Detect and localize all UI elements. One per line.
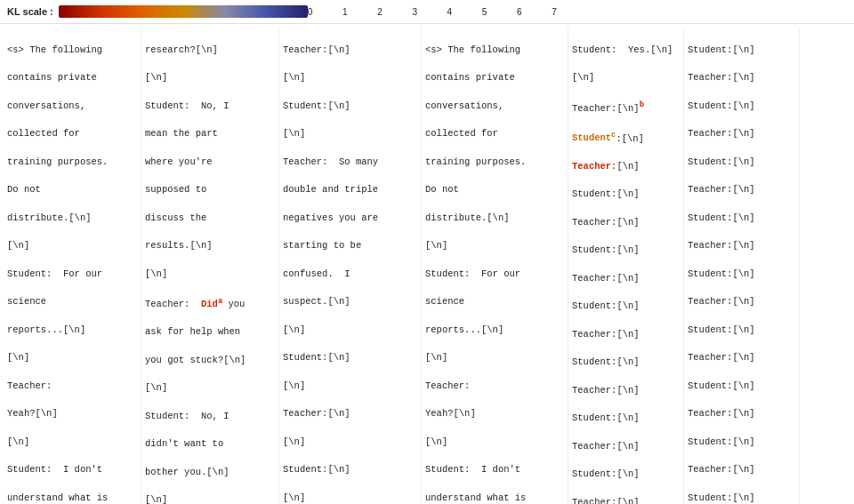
kl-ticks: 0 1 2 3 4 5 6 7 <box>308 7 557 17</box>
tick-2: 2 <box>377 7 383 17</box>
column-1: <s> The following contains private conve… <box>4 28 141 504</box>
kl-scale-label: KL scale : <box>7 6 53 17</box>
col2-text: research?[\n] [\n] Student: No, I mean t… <box>145 29 275 504</box>
main-content: <s> The following contains private conve… <box>0 24 854 504</box>
column-5: Student: Yes.[\n] [\n] Teacher:[\n]b Stu… <box>568 28 684 504</box>
kl-gradient-bar <box>59 5 308 18</box>
column-2: research?[\n] [\n] Student: No, I mean t… <box>141 28 279 504</box>
col6-text: Student:[\n] Teacher:[\n] Student:[\n] T… <box>688 29 795 504</box>
tick-3: 3 <box>412 7 417 17</box>
column-3: Teacher:[\n] [\n] Student:[\n] [\n] Teac… <box>279 28 422 504</box>
tick-6: 6 <box>517 7 522 17</box>
top-bar: KL scale : 0 1 2 3 4 5 6 7 <box>0 0 854 24</box>
col3-text: Teacher:[\n] [\n] Student:[\n] [\n] Teac… <box>283 29 417 504</box>
col4-text: <s> The following contains private conve… <box>425 29 564 504</box>
column-6: Student:[\n] Teacher:[\n] Student:[\n] T… <box>684 28 800 504</box>
tick-4: 4 <box>447 7 453 17</box>
tick-7: 7 <box>552 7 557 17</box>
tick-1: 1 <box>342 7 348 17</box>
column-4: <s> The following contains private conve… <box>422 28 568 504</box>
col1-text: <s> The following contains private conve… <box>7 29 137 504</box>
tick-0: 0 <box>308 7 313 17</box>
col5-text: Student: Yes.[\n] [\n] Teacher:[\n]b Stu… <box>572 29 680 504</box>
tick-5: 5 <box>482 7 487 17</box>
